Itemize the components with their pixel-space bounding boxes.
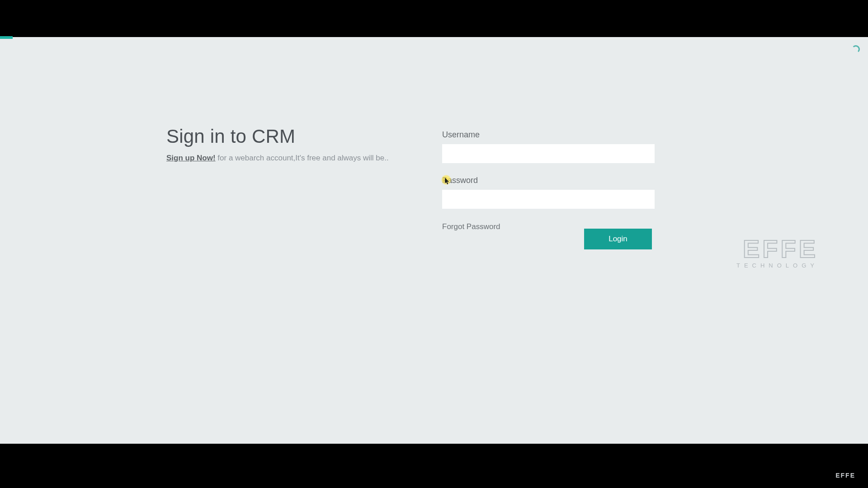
username-label: Username <box>442 130 655 140</box>
app-viewport: Sign in to CRM Sign up Now! for a webarc… <box>0 37 868 444</box>
signin-intro: Sign in to CRM Sign up Now! for a webarc… <box>166 126 420 163</box>
signin-form: Username Password Forgot Password Login <box>442 130 655 244</box>
page-title: Sign in to CRM <box>166 126 420 147</box>
username-group: Username <box>442 130 655 163</box>
loading-spinner-icon <box>852 45 860 53</box>
signup-subline-rest: for a webarch account,It's free and alwa… <box>216 154 389 162</box>
password-label: Password <box>442 176 655 185</box>
loading-progress-bar <box>0 36 13 39</box>
username-input[interactable] <box>442 144 655 163</box>
forgot-password-link[interactable]: Forgot Password <box>442 222 500 231</box>
password-group: Password <box>442 176 655 209</box>
login-button[interactable]: Login <box>584 229 652 249</box>
corner-brand-mark: EFFE <box>835 472 855 479</box>
password-input[interactable] <box>442 190 655 209</box>
signup-now-link[interactable]: Sign up Now! <box>166 154 216 162</box>
brand-logo: EFFE TECHNOLOGY <box>736 238 818 269</box>
signup-subline: Sign up Now! for a webarch account,It's … <box>166 154 420 163</box>
form-footer: Forgot Password Login <box>442 221 655 244</box>
brand-tagline: TECHNOLOGY <box>736 262 818 269</box>
brand-name: EFFE <box>736 238 818 260</box>
